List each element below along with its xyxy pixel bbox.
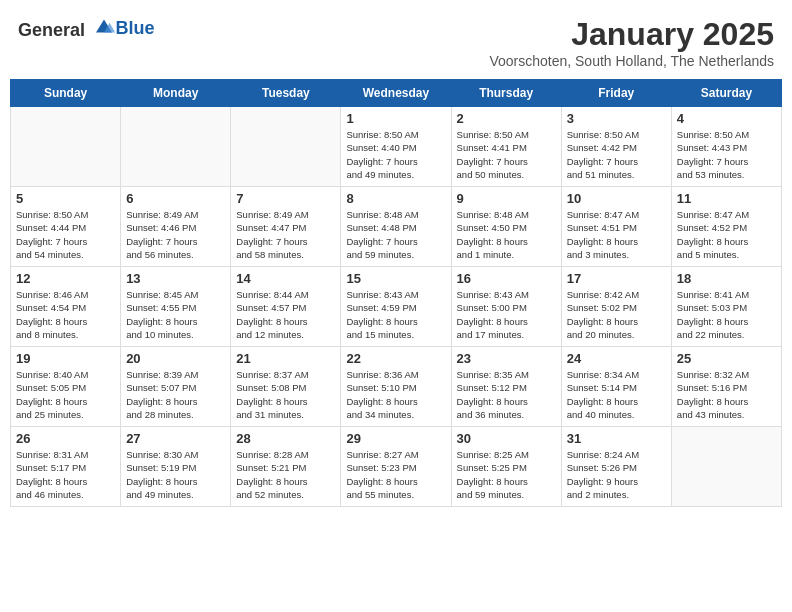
calendar-cell: 20Sunrise: 8:39 AM Sunset: 5:07 PM Dayli… bbox=[121, 347, 231, 427]
day-number: 28 bbox=[236, 431, 335, 446]
day-number: 29 bbox=[346, 431, 445, 446]
day-info: Sunrise: 8:47 AM Sunset: 4:52 PM Dayligh… bbox=[677, 208, 776, 261]
day-number: 21 bbox=[236, 351, 335, 366]
calendar-cell: 14Sunrise: 8:44 AM Sunset: 4:57 PM Dayli… bbox=[231, 267, 341, 347]
day-number: 22 bbox=[346, 351, 445, 366]
day-number: 16 bbox=[457, 271, 556, 286]
day-info: Sunrise: 8:35 AM Sunset: 5:12 PM Dayligh… bbox=[457, 368, 556, 421]
calendar-cell: 18Sunrise: 8:41 AM Sunset: 5:03 PM Dayli… bbox=[671, 267, 781, 347]
day-info: Sunrise: 8:50 AM Sunset: 4:42 PM Dayligh… bbox=[567, 128, 666, 181]
day-number: 27 bbox=[126, 431, 225, 446]
calendar-cell: 24Sunrise: 8:34 AM Sunset: 5:14 PM Dayli… bbox=[561, 347, 671, 427]
calendar-cell bbox=[121, 107, 231, 187]
calendar-body: 1Sunrise: 8:50 AM Sunset: 4:40 PM Daylig… bbox=[11, 107, 782, 507]
logo: General Blue bbox=[18, 16, 155, 41]
calendar-cell: 3Sunrise: 8:50 AM Sunset: 4:42 PM Daylig… bbox=[561, 107, 671, 187]
day-info: Sunrise: 8:49 AM Sunset: 4:46 PM Dayligh… bbox=[126, 208, 225, 261]
day-number: 1 bbox=[346, 111, 445, 126]
calendar-header: SundayMondayTuesdayWednesdayThursdayFrid… bbox=[11, 80, 782, 107]
calendar-cell: 11Sunrise: 8:47 AM Sunset: 4:52 PM Dayli… bbox=[671, 187, 781, 267]
day-info: Sunrise: 8:46 AM Sunset: 4:54 PM Dayligh… bbox=[16, 288, 115, 341]
day-number: 12 bbox=[16, 271, 115, 286]
day-info: Sunrise: 8:31 AM Sunset: 5:17 PM Dayligh… bbox=[16, 448, 115, 501]
day-number: 23 bbox=[457, 351, 556, 366]
calendar-week-row: 19Sunrise: 8:40 AM Sunset: 5:05 PM Dayli… bbox=[11, 347, 782, 427]
day-info: Sunrise: 8:49 AM Sunset: 4:47 PM Dayligh… bbox=[236, 208, 335, 261]
day-number: 2 bbox=[457, 111, 556, 126]
day-number: 13 bbox=[126, 271, 225, 286]
calendar-cell: 21Sunrise: 8:37 AM Sunset: 5:08 PM Dayli… bbox=[231, 347, 341, 427]
calendar-cell: 4Sunrise: 8:50 AM Sunset: 4:43 PM Daylig… bbox=[671, 107, 781, 187]
day-info: Sunrise: 8:50 AM Sunset: 4:43 PM Dayligh… bbox=[677, 128, 776, 181]
calendar-cell: 19Sunrise: 8:40 AM Sunset: 5:05 PM Dayli… bbox=[11, 347, 121, 427]
day-info: Sunrise: 8:50 AM Sunset: 4:44 PM Dayligh… bbox=[16, 208, 115, 261]
calendar-cell: 27Sunrise: 8:30 AM Sunset: 5:19 PM Dayli… bbox=[121, 427, 231, 507]
calendar-cell: 9Sunrise: 8:48 AM Sunset: 4:50 PM Daylig… bbox=[451, 187, 561, 267]
day-number: 5 bbox=[16, 191, 115, 206]
day-info: Sunrise: 8:42 AM Sunset: 5:02 PM Dayligh… bbox=[567, 288, 666, 341]
day-number: 19 bbox=[16, 351, 115, 366]
day-number: 10 bbox=[567, 191, 666, 206]
logo-text-general: General bbox=[18, 20, 85, 40]
day-info: Sunrise: 8:50 AM Sunset: 4:41 PM Dayligh… bbox=[457, 128, 556, 181]
day-info: Sunrise: 8:50 AM Sunset: 4:40 PM Dayligh… bbox=[346, 128, 445, 181]
location-subtitle: Voorschoten, South Holland, The Netherla… bbox=[489, 53, 774, 69]
day-info: Sunrise: 8:48 AM Sunset: 4:50 PM Dayligh… bbox=[457, 208, 556, 261]
calendar-cell: 26Sunrise: 8:31 AM Sunset: 5:17 PM Dayli… bbox=[11, 427, 121, 507]
calendar-cell: 31Sunrise: 8:24 AM Sunset: 5:26 PM Dayli… bbox=[561, 427, 671, 507]
calendar-table: SundayMondayTuesdayWednesdayThursdayFrid… bbox=[10, 79, 782, 507]
day-info: Sunrise: 8:34 AM Sunset: 5:14 PM Dayligh… bbox=[567, 368, 666, 421]
calendar-cell: 1Sunrise: 8:50 AM Sunset: 4:40 PM Daylig… bbox=[341, 107, 451, 187]
day-number: 26 bbox=[16, 431, 115, 446]
day-info: Sunrise: 8:43 AM Sunset: 5:00 PM Dayligh… bbox=[457, 288, 556, 341]
day-number: 17 bbox=[567, 271, 666, 286]
weekday-header: Saturday bbox=[671, 80, 781, 107]
day-info: Sunrise: 8:24 AM Sunset: 5:26 PM Dayligh… bbox=[567, 448, 666, 501]
day-info: Sunrise: 8:41 AM Sunset: 5:03 PM Dayligh… bbox=[677, 288, 776, 341]
day-number: 31 bbox=[567, 431, 666, 446]
calendar-cell: 15Sunrise: 8:43 AM Sunset: 4:59 PM Dayli… bbox=[341, 267, 451, 347]
day-number: 15 bbox=[346, 271, 445, 286]
day-info: Sunrise: 8:27 AM Sunset: 5:23 PM Dayligh… bbox=[346, 448, 445, 501]
weekday-header: Monday bbox=[121, 80, 231, 107]
calendar-cell: 6Sunrise: 8:49 AM Sunset: 4:46 PM Daylig… bbox=[121, 187, 231, 267]
day-info: Sunrise: 8:40 AM Sunset: 5:05 PM Dayligh… bbox=[16, 368, 115, 421]
day-number: 24 bbox=[567, 351, 666, 366]
calendar-week-row: 5Sunrise: 8:50 AM Sunset: 4:44 PM Daylig… bbox=[11, 187, 782, 267]
month-title: January 2025 bbox=[489, 16, 774, 53]
calendar-cell bbox=[11, 107, 121, 187]
calendar-cell bbox=[671, 427, 781, 507]
calendar-cell: 2Sunrise: 8:50 AM Sunset: 4:41 PM Daylig… bbox=[451, 107, 561, 187]
weekday-header: Sunday bbox=[11, 80, 121, 107]
day-number: 8 bbox=[346, 191, 445, 206]
calendar-cell: 13Sunrise: 8:45 AM Sunset: 4:55 PM Dayli… bbox=[121, 267, 231, 347]
calendar-cell: 22Sunrise: 8:36 AM Sunset: 5:10 PM Dayli… bbox=[341, 347, 451, 427]
weekday-header-row: SundayMondayTuesdayWednesdayThursdayFrid… bbox=[11, 80, 782, 107]
day-info: Sunrise: 8:37 AM Sunset: 5:08 PM Dayligh… bbox=[236, 368, 335, 421]
calendar-cell: 10Sunrise: 8:47 AM Sunset: 4:51 PM Dayli… bbox=[561, 187, 671, 267]
day-info: Sunrise: 8:47 AM Sunset: 4:51 PM Dayligh… bbox=[567, 208, 666, 261]
day-number: 6 bbox=[126, 191, 225, 206]
weekday-header: Tuesday bbox=[231, 80, 341, 107]
day-number: 9 bbox=[457, 191, 556, 206]
day-info: Sunrise: 8:39 AM Sunset: 5:07 PM Dayligh… bbox=[126, 368, 225, 421]
calendar-cell: 17Sunrise: 8:42 AM Sunset: 5:02 PM Dayli… bbox=[561, 267, 671, 347]
day-info: Sunrise: 8:36 AM Sunset: 5:10 PM Dayligh… bbox=[346, 368, 445, 421]
day-info: Sunrise: 8:48 AM Sunset: 4:48 PM Dayligh… bbox=[346, 208, 445, 261]
calendar-cell: 30Sunrise: 8:25 AM Sunset: 5:25 PM Dayli… bbox=[451, 427, 561, 507]
weekday-header: Wednesday bbox=[341, 80, 451, 107]
calendar-week-row: 26Sunrise: 8:31 AM Sunset: 5:17 PM Dayli… bbox=[11, 427, 782, 507]
calendar-cell: 25Sunrise: 8:32 AM Sunset: 5:16 PM Dayli… bbox=[671, 347, 781, 427]
weekday-header: Friday bbox=[561, 80, 671, 107]
page-header: General Blue January 2025 Voorschoten, S… bbox=[10, 10, 782, 75]
day-number: 3 bbox=[567, 111, 666, 126]
day-number: 4 bbox=[677, 111, 776, 126]
day-number: 7 bbox=[236, 191, 335, 206]
calendar-cell: 23Sunrise: 8:35 AM Sunset: 5:12 PM Dayli… bbox=[451, 347, 561, 427]
calendar-cell: 8Sunrise: 8:48 AM Sunset: 4:48 PM Daylig… bbox=[341, 187, 451, 267]
calendar-cell bbox=[231, 107, 341, 187]
day-number: 18 bbox=[677, 271, 776, 286]
day-number: 30 bbox=[457, 431, 556, 446]
calendar-cell: 28Sunrise: 8:28 AM Sunset: 5:21 PM Dayli… bbox=[231, 427, 341, 507]
day-info: Sunrise: 8:45 AM Sunset: 4:55 PM Dayligh… bbox=[126, 288, 225, 341]
